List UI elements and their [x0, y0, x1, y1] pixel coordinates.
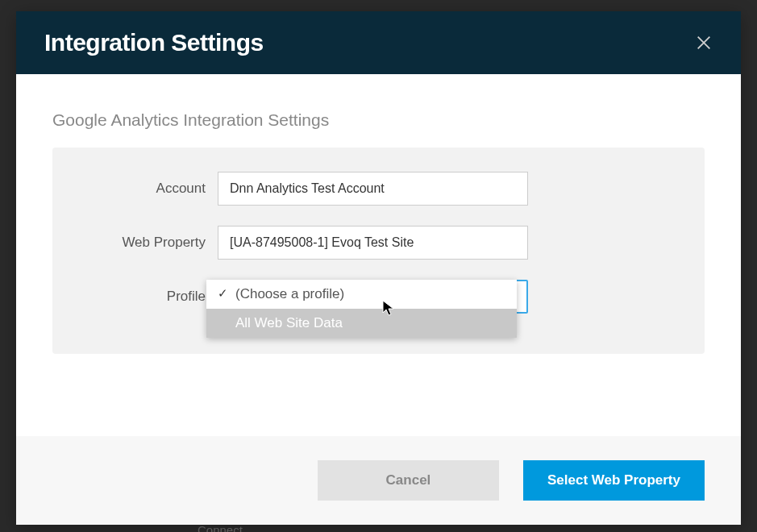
account-label: Account: [77, 181, 218, 197]
modal-body: Google Analytics Integration Settings Ac…: [16, 74, 741, 436]
account-input[interactable]: [218, 172, 528, 206]
select-web-property-button[interactable]: Select Web Property: [523, 460, 705, 501]
profile-dropdown-menu: (Choose a profile) All Web Site Data: [206, 280, 517, 338]
profile-row: Profile (Choose a profile) All Web Site …: [77, 280, 680, 314]
profile-option-placeholder[interactable]: (Choose a profile): [206, 280, 517, 309]
web-property-input[interactable]: [218, 226, 528, 260]
profile-label: Profile: [77, 289, 218, 305]
section-title: Google Analytics Integration Settings: [52, 110, 705, 130]
close-button[interactable]: [695, 34, 713, 52]
profile-select-wrapper: (Choose a profile) All Web Site Data: [218, 280, 528, 314]
web-property-label: Web Property: [77, 235, 218, 251]
cancel-button[interactable]: Cancel: [318, 460, 499, 501]
modal-header: Integration Settings: [16, 11, 741, 74]
modal-footer: Cancel Select Web Property: [16, 436, 741, 525]
form-panel: Account Web Property Profile (Choose a p…: [52, 148, 705, 354]
web-property-row: Web Property: [77, 226, 680, 260]
profile-option-all-web-site-data[interactable]: All Web Site Data: [206, 309, 517, 338]
account-row: Account: [77, 172, 680, 206]
modal-title: Integration Settings: [44, 29, 264, 56]
close-icon: [695, 34, 713, 52]
integration-settings-modal: Integration Settings Google Analytics In…: [16, 11, 741, 525]
